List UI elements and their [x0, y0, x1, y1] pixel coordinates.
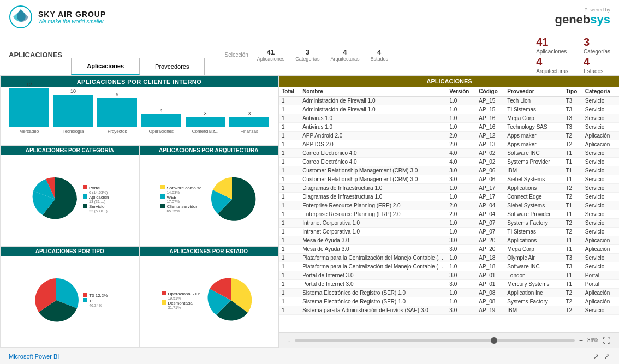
brand-logo: genebsys: [555, 13, 610, 27]
page: SKY AIR GROUP We make the world smaller …: [0, 0, 619, 364]
pie-categoria-chart: [31, 175, 80, 224]
stat-aplicaciones: 41 Aplicaciones: [257, 48, 285, 62]
table-row: 1Administración de Firewall 1.01.0AP_15T…: [279, 105, 619, 114]
logo-area: SKY AIR GROUP We make the world smaller: [9, 5, 106, 29]
pie-arquitectura-legend: Software como se... 14.63% WEB 17.07% Cl…: [160, 185, 205, 213]
col-version: Versión: [447, 87, 477, 97]
bar-finanzas: 3 Finanzas: [229, 111, 269, 134]
tab-group: Aplicaciones Proveedores: [71, 34, 205, 75]
bar-mercadeo-fill: [9, 88, 49, 127]
pie-row-2: APLICACIONES POR TIPO T3 12.2% T: [0, 247, 278, 348]
logo-title: SKY AIR GROUP: [38, 10, 106, 19]
col-total: Total: [279, 87, 300, 97]
table-row: 1Portal de Internet 3.03.0AP_01LondonT1P…: [279, 271, 619, 280]
zoom-plus[interactable]: +: [579, 337, 583, 344]
stat-estados: 4 Estados: [370, 48, 388, 62]
footer: Microsoft Power BI ↗ ⤢: [0, 348, 619, 364]
stat-arquitecturas: 4 Arquitecturas: [330, 48, 359, 62]
powered-by-text: Powered by: [555, 7, 610, 13]
table-row: 1Sistema para la Administración de Envío…: [279, 306, 619, 315]
table-area[interactable]: Total Nombre Versión Código Proveedor Ti…: [279, 87, 619, 332]
selection-groups: 41 Aplicaciones 3 Categorías 4 Arquitect…: [257, 48, 388, 62]
bar-chart-section: APLICACIONES POR CLIENTE INTERNO 12 Merc…: [0, 76, 278, 145]
logo-icon: [9, 5, 33, 29]
logo-subtitle: We make the world smaller: [38, 19, 106, 25]
col-tipo: Tipo: [563, 87, 582, 97]
bar-comercializ-fill: [186, 117, 225, 127]
nav-title: APLICACIONES: [9, 51, 62, 59]
pie-categoria-header: APLICACIONES POR CATEGORÍA: [1, 146, 139, 155]
ts-arquitecturas: 4 Arquitecturas: [536, 56, 568, 74]
selection-label: Selección: [224, 52, 248, 58]
pie-arquitectura-area: Software como se... 14.63% WEB 17.07% Cl…: [140, 155, 278, 243]
bar-proyectos-fill: [97, 98, 137, 127]
table-row: 1Correo Electrónico 4.04.0AP_02Software …: [279, 149, 619, 158]
left-panel: APLICACIONES POR CLIENTE INTERNO 12 Merc…: [0, 76, 278, 348]
slider-track[interactable]: [295, 339, 575, 342]
pie-estado-legend: Operacional - En... 19,51% Desmontada 31…: [162, 291, 204, 309]
table-row: 1Administración de Firewall 1.01.0AP_15T…: [279, 97, 619, 105]
zoom-minus[interactable]: -: [288, 337, 290, 344]
bar-finanzas-fill: [229, 117, 269, 127]
ts-categorias: 3 Categorías: [584, 36, 610, 55]
pie-estado-area: Operacional - En... 19,51% Desmontada 31…: [140, 256, 278, 345]
share-icon[interactable]: ↗: [593, 352, 599, 361]
top-right-stats: 41 Aplicaciones 3 Categorías 4 Arquitect…: [536, 36, 610, 74]
col-nombre: Nombre: [300, 87, 447, 97]
pie-tipo-header: APLICACIONES POR TIPO: [1, 247, 139, 256]
tab-aplicaciones[interactable]: Aplicaciones: [71, 58, 140, 75]
expand-icon[interactable]: ⤢: [604, 352, 610, 361]
bar-tecnologia: 10 Tecnología: [53, 88, 93, 134]
pie-arquitectura-header: APLICACIONES POR ARQUITECTURA: [140, 146, 278, 155]
powerbi-link[interactable]: Microsoft Power BI: [9, 353, 59, 360]
powered-by-area: Powered by genebsys: [555, 7, 610, 27]
table-row: 1Sistema Electrónico de Registro (SER) 1…: [279, 289, 619, 297]
ts-estados: 4 Estados: [584, 56, 610, 74]
pie-row-1: APLICACIONES POR CATEGORÍA: [0, 145, 278, 247]
brand-text: geneb: [555, 13, 590, 26]
tab-proveedores[interactable]: Proveedores: [140, 58, 205, 75]
pie-estado-chart: [206, 276, 255, 325]
brand-accent: sys: [590, 13, 610, 26]
bar-operaciones-fill: [141, 114, 181, 127]
pie-arquitectura-chart: [207, 175, 257, 224]
pie-arquitectura-section: APLICACIONES POR ARQUITECTURA Software c…: [140, 145, 279, 247]
table-row: 1APP IOS 2.02.0AP_13Apps makerT2Aplicaci…: [279, 140, 619, 149]
table-row: 1Intranet Corporativa 1.01.0AP_07TI Sist…: [279, 228, 619, 236]
pie-categoria-legend: Portal 6 (14,63%) Aplicación 13 (31,...)…: [83, 185, 109, 213]
bar-comercializ: 3 Comercializ...: [186, 111, 225, 134]
table-row: 1Plataforma para la Centralización del M…: [279, 254, 619, 262]
right-panel: APLICACIONES Total Nombre Versión Código…: [278, 76, 619, 348]
table-row: 1Antivirus 1.01.0AP_16Technology SAST3Se…: [279, 123, 619, 132]
pie-categoria-section: APLICACIONES POR CATEGORÍA: [0, 145, 140, 247]
pie-tipo-area: T3 12.2% T1 46,34%: [1, 256, 139, 345]
stat-categorias: 3 Categorías: [295, 48, 319, 62]
bar-mercadeo: 12 Mercadeo: [9, 82, 49, 134]
table-row: 1Customer Relationship Management (CRM) …: [279, 166, 619, 175]
table-row: 1Sistema Electrónico de Registro (SER) 1…: [279, 297, 619, 306]
header: SKY AIR GROUP We make the world smaller …: [0, 0, 619, 34]
bar-tecnologia-fill: [53, 95, 93, 127]
table-row: 1Customer Relationship Management (CRM) …: [279, 175, 619, 184]
bar-proyectos: 9 Proyectos: [97, 92, 137, 134]
table-header: APLICACIONES: [279, 76, 619, 87]
fullscreen-icon[interactable]: ⛶: [603, 336, 610, 345]
pie-tipo-legend: T3 12.2% T1 46,34%: [83, 293, 108, 307]
table-row: 1Mesa de Ayuda 3.03.0AP_20Mega CorpT1Apl…: [279, 245, 619, 254]
pie-tipo-chart: [32, 276, 81, 325]
col-proveedor: Proveedor: [505, 87, 563, 97]
pie-estado-header: APLICACIONES POR ESTADO: [140, 247, 278, 256]
bar-operaciones: 4 Operaciones: [141, 108, 181, 134]
table-row: 1Portal de Internet 3.03.0AP_01Mercury S…: [279, 280, 619, 289]
selection-stats: Selección 41 Aplicaciones 3 Categorías 4…: [224, 48, 388, 62]
slider-thumb[interactable]: [491, 337, 497, 344]
footer-icons: ↗ ⤢: [593, 352, 610, 361]
col-codigo: Código: [477, 87, 505, 97]
table-row: 1Enterprise Resource Planning (ERP) 2.02…: [279, 210, 619, 219]
table-row: 1Diagramas de Infraestructura 1.01.0AP_1…: [279, 184, 619, 193]
pie-categoria-area: Portal 6 (14,63%) Aplicación 13 (31,...)…: [1, 155, 139, 243]
col-categoria: Categoría: [583, 87, 619, 97]
table-row: 1Diagramas de Infraestructura 1.01.0AP_1…: [279, 193, 619, 201]
slider-bar: - + 86% ⛶: [279, 332, 619, 348]
nav-stats-bar: APLICACIONES Aplicaciones Proveedores Se…: [0, 34, 619, 76]
